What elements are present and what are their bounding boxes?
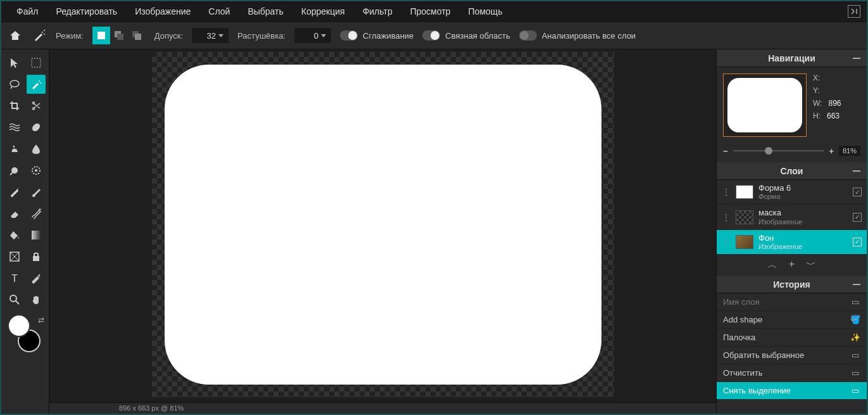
mode-label: Режим:	[56, 31, 84, 41]
menu-layer[interactable]: Слой	[199, 1, 239, 22]
eyedropper-tool[interactable]	[27, 269, 46, 288]
heal-tool[interactable]	[27, 118, 46, 137]
history-list: Имя слоя▭ Add shape🪣 Палочка✨ Обратить в…	[717, 293, 867, 400]
menu-bar: Файл Редактировать Изображение Слой Выбр…	[1, 1, 867, 22]
contiguous-toggle[interactable]: Связная область	[422, 30, 510, 41]
dodge-tool[interactable]	[5, 161, 24, 180]
history-item[interactable]: Имя слоя▭	[717, 293, 867, 311]
home-icon[interactable]	[8, 28, 23, 43]
menu-filter[interactable]: Фильтр	[354, 1, 401, 22]
layer-name: Фон	[758, 234, 848, 243]
zoom-slider[interactable]	[733, 150, 824, 151]
chevron-down-icon	[218, 34, 223, 37]
sponge-tool[interactable]	[27, 161, 46, 180]
magic-wand-icon	[32, 28, 47, 43]
mode-new-selection[interactable]	[92, 27, 110, 44]
eraser-tool[interactable]	[5, 204, 24, 223]
gradient-tool[interactable]	[27, 226, 46, 245]
svg-rect-7	[135, 34, 141, 40]
color-swatches[interactable]: ⇄	[6, 314, 44, 352]
swap-colors-icon[interactable]: ⇄	[38, 316, 44, 324]
dashed-rect-icon: ▭	[850, 386, 860, 395]
layer-thumbnail	[736, 235, 753, 249]
canvas[interactable]	[49, 49, 716, 402]
mode-add-selection[interactable]	[110, 27, 128, 44]
dashed-rect-icon: ▭	[850, 350, 860, 360]
zoom-tool[interactable]	[5, 290, 24, 309]
blur-tool[interactable]	[27, 139, 46, 158]
mode-subtract-selection[interactable]	[128, 27, 146, 44]
layer-down-icon[interactable]: ﹀	[806, 259, 816, 272]
antialias-toggle[interactable]: Сглаживание	[340, 30, 413, 41]
minimize-icon[interactable]	[853, 58, 860, 59]
fill-tool[interactable]	[5, 226, 24, 245]
clone-tool[interactable]	[5, 139, 24, 158]
panel-header-layers[interactable]: Слои	[717, 162, 867, 180]
menu-view[interactable]: Просмотр	[401, 1, 460, 22]
zoom-value[interactable]: 81%	[839, 146, 860, 156]
visibility-checkbox[interactable]: ✓	[853, 238, 862, 246]
smudge-tool[interactable]	[27, 204, 46, 223]
layer-row[interactable]: ⋮ маскаИзображение ✓	[717, 205, 867, 229]
hand-tool[interactable]	[27, 290, 46, 309]
history-title: История	[773, 279, 810, 290]
menu-edit[interactable]: Редактировать	[47, 1, 126, 22]
history-item[interactable]: Обратить выбранное▭	[717, 347, 867, 364]
shape-tool[interactable]	[5, 247, 24, 266]
zoom-out-icon[interactable]: −	[723, 146, 728, 156]
layer-row[interactable]: ⋮ Форма 6Форма ✓	[717, 180, 867, 205]
lock-tool[interactable]	[27, 247, 46, 266]
menu-adjust[interactable]: Коррекция	[292, 1, 354, 22]
crop-tool[interactable]	[5, 96, 24, 115]
drag-handle-icon[interactable]: ⋮	[722, 239, 731, 245]
layers-title: Слои	[781, 166, 803, 176]
menu-select[interactable]: Выбрать	[239, 1, 292, 22]
layer-thumbnail	[736, 210, 753, 224]
minimize-icon[interactable]	[853, 284, 860, 285]
brush-tool[interactable]	[27, 182, 46, 201]
nav-title: Навигации	[768, 53, 815, 63]
svg-point-12	[30, 122, 41, 133]
rect-icon: ▭	[850, 297, 860, 307]
history-item[interactable]: Снять выделение▭	[717, 382, 867, 400]
layer-add-icon[interactable]: +	[789, 259, 795, 272]
toolbox: T ⇄	[1, 49, 49, 414]
antialias-label: Сглаживание	[363, 31, 413, 41]
navigator-thumbnail[interactable]	[723, 73, 807, 137]
history-item[interactable]: Отчистить▭	[717, 364, 867, 382]
panel-header-history[interactable]: История	[717, 276, 867, 293]
svg-rect-18	[33, 256, 39, 261]
feather-input[interactable]: 0	[294, 28, 331, 43]
expand-icon[interactable]	[848, 5, 860, 18]
navigator-info: X: Y: W:896 H:663	[813, 73, 841, 120]
zoom-in-icon[interactable]: +	[829, 146, 834, 156]
layer-up-icon[interactable]: ︿	[767, 259, 777, 272]
wand-tool[interactable]	[27, 75, 46, 94]
pen-tool[interactable]	[5, 182, 24, 201]
drag-handle-icon[interactable]: ⋮	[722, 189, 731, 195]
all-layers-toggle[interactable]: Анализировать все слои	[519, 30, 636, 41]
visibility-checkbox[interactable]: ✓	[853, 213, 862, 222]
foreground-color[interactable]	[8, 314, 30, 337]
chevron-down-icon	[321, 34, 326, 37]
liquify-tool[interactable]	[5, 118, 24, 137]
drag-handle-icon[interactable]: ⋮	[722, 215, 731, 220]
minimize-icon[interactable]	[853, 170, 860, 172]
move-tool[interactable]	[5, 53, 24, 72]
lasso-tool[interactable]	[5, 75, 24, 94]
history-item[interactable]: Палочка✨	[717, 329, 867, 347]
visibility-checkbox[interactable]: ✓	[853, 188, 862, 196]
menu-image[interactable]: Изображение	[126, 1, 199, 22]
text-tool[interactable]: T	[5, 269, 24, 288]
menu-help[interactable]: Помощь	[460, 1, 512, 22]
menu-file[interactable]: Файл	[8, 1, 47, 22]
panel-header-navigation[interactable]: Навигации	[717, 49, 867, 67]
cutout-tool[interactable]	[27, 96, 46, 115]
svg-point-2	[44, 30, 45, 31]
history-item[interactable]: Add shape🪣	[717, 311, 867, 329]
svg-point-9	[10, 80, 19, 87]
tolerance-input[interactable]: 32	[192, 28, 229, 43]
layer-row[interactable]: ⋮ ФонИзображение ✓	[717, 230, 867, 255]
wand-icon: ✨	[850, 333, 860, 342]
marquee-tool[interactable]	[27, 53, 46, 72]
